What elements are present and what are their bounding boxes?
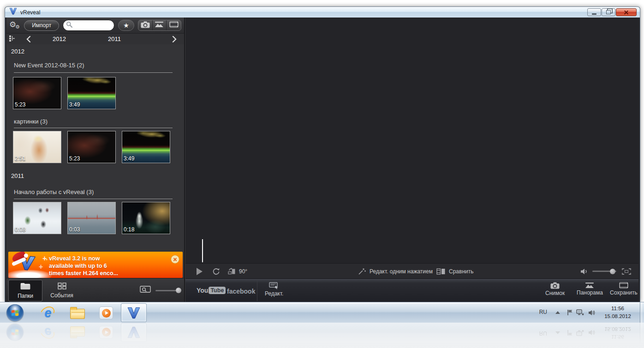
filmstrip-icon: [619, 282, 628, 289]
taskbar-clock[interactable]: 11:56 15.08.2012: [597, 305, 638, 320]
tab-events[interactable]: События: [45, 280, 78, 301]
search-box[interactable]: [63, 20, 114, 31]
show-desktop-button[interactable]: [640, 302, 644, 323]
film-button[interactable]: [167, 20, 181, 30]
show-hidden-icons-arrow[interactable]: [555, 311, 560, 314]
edit-button[interactable]: Редакт.: [265, 282, 283, 297]
app-window: vReveal ⚙⚙ Импорт ★: [5, 6, 640, 302]
rotate-icon: [228, 268, 236, 275]
clock-date: 15.08.2012: [597, 313, 638, 320]
close-button[interactable]: [616, 8, 637, 16]
volume-handle[interactable]: [610, 269, 615, 274]
divider: [14, 72, 173, 73]
snapshot-button[interactable]: [138, 20, 153, 30]
banner-line-1: vReveal 3.2 is now: [49, 255, 118, 262]
rotate-90-button[interactable]: 90°: [228, 264, 247, 279]
panorama-button[interactable]: [153, 20, 167, 30]
taskbar-reflection: e RU 11:56 15.08.2012: [0, 323, 644, 348]
taskbar-media-player[interactable]: [95, 306, 117, 320]
snapshot-action-button[interactable]: Снимок: [545, 282, 565, 296]
search-input[interactable]: [75, 22, 112, 29]
camera-icon: [550, 282, 560, 289]
title-bar[interactable]: vReveal: [5, 7, 640, 18]
windows-flag-icon: [11, 309, 19, 317]
banner-close-button[interactable]: [171, 255, 179, 264]
video-thumbnail[interactable]: 0:08: [13, 202, 61, 234]
volume-tray-icon[interactable]: [588, 309, 595, 318]
volume-slider[interactable]: [592, 264, 616, 279]
panorama-label: Панорама: [577, 289, 603, 296]
event-title[interactable]: картинки (3): [14, 118, 48, 125]
video-thumbnail[interactable]: 2:51: [13, 131, 61, 163]
fullscreen-icon: [622, 268, 631, 275]
toolbar: ⚙⚙ Импорт ★: [6, 18, 184, 34]
compare-label: Сравнить: [449, 268, 473, 275]
thumbnail-zoom-control: [140, 278, 180, 302]
facebook-button[interactable]: facebook: [227, 288, 255, 295]
save-action-button[interactable]: Сохранить: [610, 282, 638, 296]
settings-gear-icon[interactable]: ⚙⚙: [9, 20, 20, 31]
video-thumbnail[interactable]: 0:18: [122, 202, 170, 234]
promo-banner[interactable]: + + vReveal 3.2 is now available with up…: [8, 252, 183, 278]
video-thumbnail[interactable]: 3:49: [122, 131, 170, 163]
video-thumbnail[interactable]: 5:23: [13, 77, 61, 109]
zoom-preview-icon: [140, 286, 151, 295]
close-icon: [624, 10, 629, 15]
video-thumbnail[interactable]: 3:49: [67, 77, 116, 109]
tab-folders[interactable]: Папки: [8, 280, 42, 301]
magic-wand-icon: [358, 268, 366, 275]
taskbar-vreveal-active[interactable]: [121, 303, 147, 322]
panorama-action-button[interactable]: Панорама: [577, 282, 603, 296]
taskbar-internet-explorer[interactable]: e: [37, 306, 59, 320]
media-player-icon: [99, 307, 113, 319]
nav-prev-icon[interactable]: [26, 36, 31, 42]
compare-button[interactable]: Сравнить: [436, 264, 473, 279]
timeline-nav: 2012 2011: [6, 34, 184, 44]
camera-icon: [141, 21, 150, 30]
duration-badge: 0:03: [69, 226, 80, 233]
import-button[interactable]: Импорт: [24, 20, 59, 31]
fullscreen-button[interactable]: [622, 264, 631, 279]
search-icon: [66, 21, 73, 30]
youtube-button[interactable]: You Tube: [197, 287, 226, 294]
filmstrip-icon: [169, 21, 179, 29]
transport-bar: 90° Редакт. одним нажатием Сравнить: [185, 263, 638, 278]
event-title[interactable]: New Event 2012-08-15 (2): [14, 62, 84, 69]
capture-button-group: [138, 20, 181, 31]
clock-time: 11:56: [597, 305, 638, 313]
save-label: Сохранить: [610, 289, 638, 296]
divider: [14, 128, 173, 128]
favorites-button[interactable]: ★: [118, 20, 134, 31]
rotate-label: 90°: [239, 268, 247, 275]
explorer-folder-icon: [70, 309, 85, 319]
refresh-icon: [212, 268, 220, 275]
folder-icon: [20, 283, 31, 291]
minimize-button[interactable]: [587, 8, 601, 16]
video-thumbnail[interactable]: 5:23: [67, 131, 116, 163]
video-preview[interactable]: [185, 18, 638, 263]
library-panel: ⚙⚙ Импорт ★: [6, 18, 184, 302]
panorama-icon: [585, 282, 594, 289]
nav-year-2012[interactable]: 2012: [53, 35, 66, 42]
language-indicator[interactable]: RU: [539, 309, 547, 315]
one-click-edit-button[interactable]: Редакт. одним нажатием: [358, 264, 433, 279]
vreveal-icon: [127, 307, 140, 319]
mute-button[interactable]: [580, 264, 589, 279]
vreveal-logo-icon: [9, 8, 17, 17]
zoom-slider[interactable]: [155, 290, 180, 291]
nav-year-2011[interactable]: 2011: [108, 35, 121, 42]
snapshot-label: Снимок: [545, 290, 565, 296]
edit-panel-icon: [269, 282, 279, 289]
action-center-flag-icon[interactable]: [567, 309, 573, 318]
start-button[interactable]: [6, 304, 24, 321]
zoom-slider-handle[interactable]: [176, 288, 181, 293]
play-button[interactable]: [197, 264, 203, 279]
network-icon[interactable]: [576, 309, 584, 318]
restore-button[interactable]: [602, 8, 615, 16]
video-thumbnail[interactable]: 0:03: [67, 202, 116, 234]
nav-next-icon[interactable]: [172, 36, 177, 42]
taskbar-explorer[interactable]: [66, 306, 89, 320]
event-title[interactable]: Начало работы с vReveal (3): [14, 189, 94, 195]
view-mode-icon[interactable]: [9, 35, 16, 43]
refresh-button[interactable]: [212, 264, 220, 279]
